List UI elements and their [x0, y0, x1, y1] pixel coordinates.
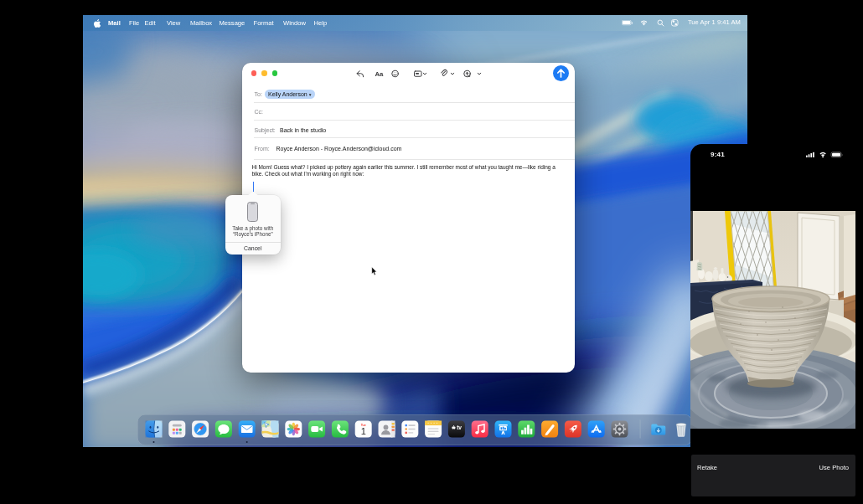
svg-text:1: 1: [360, 426, 365, 436]
svg-text:Aa: Aa: [375, 69, 385, 77]
svg-text:tv: tv: [457, 424, 462, 430]
